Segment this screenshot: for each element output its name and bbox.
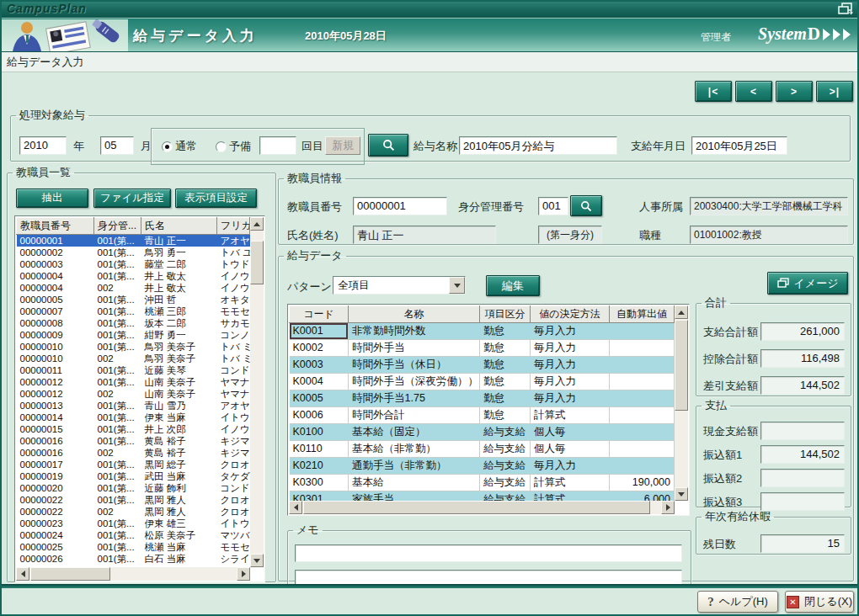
cell-status[interactable]: 002 [94, 388, 141, 400]
cell-kana[interactable]: シライ [217, 553, 250, 565]
cell-method[interactable]: 個人毎 [531, 441, 610, 458]
cell-id[interactable]: 00000024 [17, 529, 94, 541]
cell-status[interactable]: 001(第... [94, 341, 141, 353]
cell-value[interactable] [610, 374, 675, 390]
cell-status[interactable]: 001(第... [94, 400, 141, 412]
cell-method[interactable]: 毎月入力 [531, 340, 610, 357]
cell-cat[interactable]: 勤怠 [480, 374, 531, 390]
cell-value[interactable] [610, 424, 675, 441]
cell-code[interactable]: K0301 [290, 491, 349, 502]
cell-kana[interactable]: アオヤ [217, 400, 250, 412]
cell-id[interactable]: 00000026 [17, 553, 94, 565]
scrollbar-thumb[interactable] [675, 320, 688, 411]
cell-code[interactable]: K0003 [290, 357, 349, 374]
cell-status[interactable]: 002 [94, 447, 141, 459]
cell-name[interactable]: 井上 敬太 [141, 282, 217, 294]
cell-name[interactable]: 青山 雪乃 [141, 400, 217, 412]
salary-row[interactable]: K0004時間外手当（深夜労働））勤怠毎月入力 [290, 374, 675, 390]
cell-status[interactable]: 001(第... [94, 553, 141, 565]
col-name[interactable]: 氏名 [141, 218, 217, 235]
cell-name[interactable]: 山南 美奈子 [141, 388, 217, 400]
normal-radio[interactable] [162, 141, 173, 152]
cell-value[interactable] [610, 407, 675, 424]
cell-value[interactable] [610, 323, 675, 340]
scroll-up-icon[interactable] [250, 217, 264, 231]
cell-status[interactable]: 002 [94, 282, 141, 294]
cell-id[interactable]: 00000016 [17, 447, 94, 459]
cell-name[interactable]: 鳥羽 美奈子 [141, 341, 217, 353]
cell-method[interactable]: 毎月入力 [531, 374, 610, 390]
col-staff-id[interactable]: 教職員番号 [17, 218, 94, 235]
cell-name[interactable]: 黄島 裕子 [141, 435, 217, 447]
cell-name[interactable]: 黒岡 総子 [141, 459, 217, 470]
cell-name[interactable]: 伊東 雄三 [141, 518, 217, 529]
cell-status[interactable]: 001(第... [94, 317, 141, 329]
staff-row[interactable]: 00000015001(第...井上 次郎イノウ [17, 423, 250, 435]
cell-cat[interactable]: 勤怠 [480, 407, 531, 424]
cell-status[interactable]: 001(第... [94, 529, 141, 541]
cell-kana[interactable]: モモセ [217, 541, 250, 553]
cell-name[interactable]: 井上 敬太 [141, 270, 217, 282]
staff-horizontal-scrollbar[interactable] [16, 567, 250, 581]
last-record-button[interactable]: >| [816, 81, 853, 102]
cell-id[interactable]: 00000023 [17, 518, 94, 529]
staff-row[interactable]: 00000001001(第...青山 正一アオヤマ [17, 235, 250, 247]
cell-name[interactable]: 藤堂 二郎 [141, 258, 217, 270]
cell-cat[interactable]: 給与支給 [480, 458, 531, 475]
salary-row[interactable]: K0301家族手当給与支給計算式6,000 [290, 491, 675, 502]
cell-kana[interactable]: イトウ [217, 412, 250, 423]
cell-id[interactable]: 00000001 [17, 235, 94, 247]
cell-value[interactable] [610, 390, 675, 407]
cell-method[interactable]: 計算式 [531, 491, 610, 502]
scroll-right-icon[interactable] [237, 567, 250, 581]
cell-value[interactable] [610, 458, 675, 475]
cell-kana[interactable]: トバ ミ [217, 353, 250, 364]
salary-name-input[interactable]: 2010年05月分給与 [459, 136, 617, 155]
cell-kana[interactable]: オキタ [217, 294, 250, 305]
cell-kana[interactable]: ヤマナ [217, 388, 250, 400]
cell-kana[interactable]: クロオ [217, 494, 250, 506]
cell-name[interactable]: 時間外合計 [349, 407, 480, 424]
cell-code[interactable]: K0001 [290, 323, 349, 340]
cell-method[interactable]: 計算式 [531, 407, 610, 424]
cell-id[interactable]: 00000014 [17, 412, 94, 423]
cell-name[interactable]: 近藤 美琴 [141, 364, 217, 376]
chevron-down-icon[interactable] [449, 277, 465, 294]
cell-status[interactable]: 001(第... [94, 364, 141, 376]
cell-name[interactable]: 紺野 勇一 [141, 329, 217, 341]
salary-row[interactable]: K0001非常勤時間外数勤怠毎月入力 [290, 323, 675, 340]
prev-record-button[interactable]: < [735, 81, 772, 102]
pay-date-input[interactable]: 2010年05月25日 [691, 136, 787, 155]
cell-kana[interactable]: タケダ [217, 470, 250, 482]
staff-row[interactable]: 00000022001(第...黒岡 雅人クロオ [17, 494, 250, 506]
cell-kana[interactable]: イトウ [217, 518, 250, 529]
cell-name[interactable]: 時間外手当 [349, 340, 480, 357]
cell-name[interactable]: 時間外手当1.75 [349, 390, 480, 407]
col-item-name[interactable]: 名称 [349, 306, 480, 323]
cell-id[interactable]: 00000011 [17, 364, 94, 376]
cell-value[interactable]: 190,000 [610, 475, 675, 491]
cell-status[interactable]: 001(第... [94, 235, 141, 247]
cell-id[interactable]: 00000009 [17, 329, 94, 341]
cell-code[interactable]: K0005 [290, 390, 349, 407]
cell-status[interactable]: 001(第... [94, 518, 141, 529]
cell-kana[interactable]: イノウ [217, 270, 250, 282]
cell-id[interactable]: 00000012 [17, 376, 94, 388]
cell-name[interactable]: 青山 正一 [141, 235, 217, 247]
scroll-down-icon[interactable] [675, 487, 688, 501]
year-input[interactable]: 2010 [19, 136, 67, 155]
scroll-left-icon[interactable] [289, 501, 302, 514]
cell-status[interactable]: 001(第... [94, 258, 141, 270]
cell-status[interactable]: 001(第... [94, 435, 141, 447]
staff-row[interactable]: 00000005001(第...沖田 哲オキタ [17, 294, 250, 305]
staff-row[interactable]: 00000009001(第...紺野 勇一コンノ [17, 329, 250, 341]
cell-id[interactable]: 00000025 [17, 541, 94, 553]
cell-id[interactable]: 00000004 [17, 282, 94, 294]
cell-value[interactable] [610, 357, 675, 374]
cell-name[interactable]: 鳥羽 勇一 [141, 247, 217, 258]
display-items-button[interactable]: 表示項目設定 [175, 189, 257, 208]
cell-cat[interactable]: 勤怠 [480, 390, 531, 407]
cell-status[interactable]: 001(第... [94, 270, 141, 282]
salary-row[interactable]: K0005時間外手当1.75勤怠毎月入力 [290, 390, 675, 407]
cell-name[interactable]: 基本給（固定） [349, 424, 480, 441]
